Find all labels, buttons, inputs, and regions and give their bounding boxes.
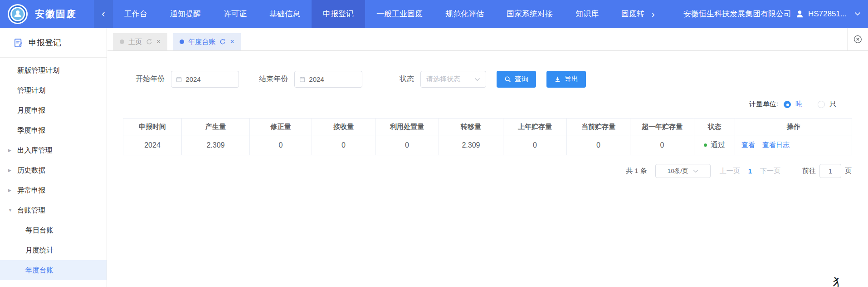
col-current-storage: 当前贮存量 [567, 119, 630, 135]
caret-collapsed-icon: ▶ [8, 168, 11, 173]
refresh-icon[interactable] [219, 39, 226, 45]
sidebar-item-monthly-stats[interactable]: 月度统计 [0, 240, 107, 260]
unit-radio-piece[interactable]: 只 [818, 100, 836, 109]
start-year-field[interactable] [171, 71, 239, 88]
sidebar-item-annual-ledger[interactable]: 年度台账 [0, 260, 107, 280]
tab-status-dot [120, 40, 124, 44]
sidebar-item-daily-ledger[interactable]: 每日台账 [0, 220, 107, 240]
tab-status-dot [180, 40, 184, 44]
nav-item-national-system[interactable]: 国家系统对接 [495, 0, 564, 28]
nav-item-knowledge-base[interactable]: 知识库 [564, 0, 610, 28]
chevron-down-icon [693, 169, 698, 173]
col-status: 状态 [694, 119, 735, 135]
nav-scroll-arrow[interactable]: › [648, 0, 658, 28]
nav-item-declaration[interactable]: 申报登记 [312, 0, 365, 28]
cell-operations: 查看查看日志 [735, 135, 852, 155]
col-prev-year-storage: 上年贮存量 [503, 119, 567, 135]
close-icon[interactable]: × [156, 38, 161, 45]
cell-declare-time: 2024 [123, 135, 182, 155]
tab-label: 主页 [128, 38, 142, 46]
caret-collapsed-icon: ▶ [8, 148, 11, 153]
username[interactable]: HS72851... [808, 10, 847, 19]
sidebar-item-label: 台账管理 [17, 206, 45, 215]
end-year-label: 结束年份 [259, 74, 288, 84]
table-row: 2024 2.309 0 0 0 2.309 0 0 0 通过 查看查看日志 [123, 135, 852, 155]
top-navbar: 安徽固废 ‹ 工作台 通知提醒 许可证 基础信息 申报登记 一般工业固废 规范化… [0, 0, 868, 28]
sidebar-item-inbound-outbound[interactable]: ▶ 出入库管理 [0, 140, 107, 160]
page-size-select[interactable]: 10条/页 [655, 164, 711, 178]
goto-prefix: 前往 [802, 167, 816, 175]
nav-item-standardization-assessment[interactable]: 规范化评估 [434, 0, 495, 28]
cell-transferred: 2.309 [439, 135, 503, 155]
next-page-button[interactable]: 下一页 [760, 167, 780, 175]
nav-item-waste-transfer[interactable]: 固废转 [610, 0, 648, 28]
calendar-icon [299, 76, 305, 83]
close-icon[interactable]: × [230, 38, 234, 45]
goto-page-input[interactable] [819, 164, 841, 178]
nav-item-basic-info[interactable]: 基础信息 [258, 0, 312, 28]
sidebar-item-monthly-declaration[interactable]: 月度申报 [0, 100, 107, 120]
page-size-value: 10条/页 [668, 167, 688, 175]
sidebar-item-quarterly-declaration[interactable]: 季度申报 [0, 120, 107, 140]
view-log-link[interactable]: 查看日志 [762, 141, 790, 148]
sidebar-item-new-management-plan[interactable]: 新版管理计划 [0, 60, 107, 80]
annual-ledger-table: 申报时间 产生量 修正量 接收量 利用处置量 转移量 上年贮存量 当前贮存量 超… [123, 118, 852, 155]
caret-collapsed-icon: ▶ [8, 188, 11, 193]
pagination: 共 1 条 10条/页 上一页 1 下一页 前往 页 [107, 164, 852, 178]
export-button[interactable]: 导出 [546, 71, 586, 88]
nav-back-arrow[interactable]: ‹ [94, 0, 113, 28]
status-select[interactable]: 请选择状态 [420, 71, 486, 88]
start-year-input[interactable] [185, 75, 234, 83]
unit-radio-ton[interactable]: 吨 [784, 100, 802, 109]
search-button-label: 查询 [515, 75, 528, 84]
goto-suffix: 页 [845, 167, 852, 175]
end-year-field[interactable] [294, 71, 362, 88]
radio-checked-icon [784, 101, 791, 108]
current-page[interactable]: 1 [748, 167, 752, 175]
radio-unchecked-icon [818, 101, 825, 108]
col-received: 接收量 [312, 119, 375, 135]
sidebar-item-history-data[interactable]: ▶ 历史数据 [0, 160, 107, 180]
top-nav-menu: 工作台 通知提醒 许可证 基础信息 申报登记 一般工业固废 规范化评估 国家系统… [113, 0, 648, 28]
unit-label: 计量单位: [749, 100, 778, 109]
cell-corrected: 0 [250, 135, 312, 155]
floating-widget-clipped[interactable]: 犭 [833, 275, 846, 287]
close-all-tabs-button[interactable] [847, 28, 868, 50]
status-placeholder: 请选择状态 [426, 75, 460, 84]
calendar-icon [176, 76, 182, 83]
sidebar: 申报登记 新版管理计划 管理计划 月度申报 季度申报 ▶ 出入库管理 ▶ 历史数… [0, 28, 107, 287]
goto-page: 前往 页 [802, 164, 852, 178]
sidebar-title: 申报登记 [29, 37, 61, 48]
prev-page-button[interactable]: 上一页 [720, 167, 740, 175]
main-content: 开始年份 结束年份 状态 请选择状态 [107, 51, 868, 287]
col-corrected: 修正量 [250, 119, 312, 135]
filter-row: 开始年份 结束年份 状态 请选择状态 [136, 71, 868, 88]
search-button[interactable]: 查询 [497, 71, 536, 88]
unit-row: 计量单位: 吨 只 [107, 100, 836, 109]
circle-close-icon [853, 35, 862, 44]
nav-item-notifications[interactable]: 通知提醒 [159, 0, 212, 28]
view-link[interactable]: 查看 [741, 141, 755, 148]
cell-status: 通过 [694, 135, 735, 155]
table-header-row: 申报时间 产生量 修正量 接收量 利用处置量 转移量 上年贮存量 当前贮存量 超… [123, 119, 852, 135]
tab-home[interactable]: 主页 × [113, 33, 167, 50]
sidebar-item-abnormal-declaration[interactable]: ▶ 异常申报 [0, 180, 107, 200]
chevron-down-icon[interactable] [854, 12, 861, 16]
pagination-total: 共 1 条 [626, 167, 647, 175]
refresh-icon[interactable] [146, 39, 152, 45]
col-operations: 操作 [735, 119, 852, 135]
nav-item-workbench[interactable]: 工作台 [113, 0, 159, 28]
col-transferred: 转移量 [439, 119, 503, 135]
tab-bar: 主页 × 年度台账 × [107, 28, 868, 51]
end-year-input[interactable] [309, 75, 357, 83]
company-name: 安徽恒生科技发展集团有限公司 [683, 9, 791, 19]
caret-expanded-icon: ▼ [8, 208, 12, 213]
tab-label: 年度台账 [188, 38, 215, 46]
sidebar-item-ledger-management[interactable]: ▼ 台账管理 [0, 200, 107, 220]
tab-annual-ledger[interactable]: 年度台账 × [173, 33, 241, 50]
nav-item-license[interactable]: 许可证 [212, 0, 258, 28]
nav-item-general-industrial-waste[interactable]: 一般工业固废 [365, 0, 434, 28]
sidebar-item-management-plan[interactable]: 管理计划 [0, 80, 107, 100]
export-button-label: 导出 [565, 75, 578, 84]
status-text: 通过 [711, 141, 725, 148]
